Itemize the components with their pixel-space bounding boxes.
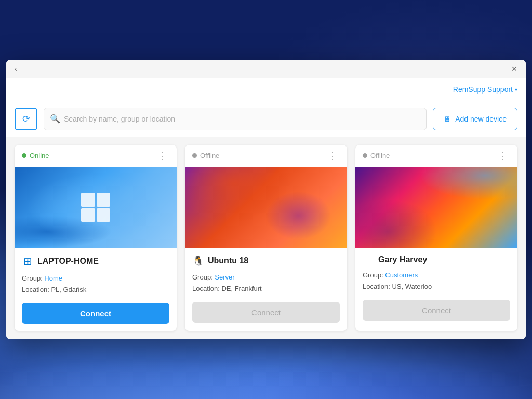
status-dot xyxy=(363,153,367,158)
user-menu-label: RemSupp Support xyxy=(453,85,513,94)
group-value: Customers xyxy=(385,271,418,279)
refresh-button[interactable]: ⟳ xyxy=(15,108,37,130)
card-menu-button[interactable]: ⋮ xyxy=(155,150,169,162)
device-group: Group: Home xyxy=(22,273,169,284)
card-thumbnail xyxy=(355,167,517,248)
device-meta: Group: Server Location: DE, Frankfurt xyxy=(192,272,340,295)
location-value: DE, Frankfurt xyxy=(221,285,261,292)
card-header: Online ⋮ xyxy=(15,145,177,167)
card-body: Gary Harvey Group: Customers Location: U… xyxy=(355,248,517,328)
back-button[interactable]: ‹ xyxy=(12,62,19,75)
group-value: Server xyxy=(215,273,234,281)
main-content: Online ⋮ ⊞ LAPTOP-HOME Group xyxy=(6,137,526,339)
title-bar: ‹ ✕ xyxy=(6,60,526,78)
device-thumbnail xyxy=(355,167,517,248)
search-input[interactable] xyxy=(44,108,427,130)
device-card: Offline ⋮ 🐧 Ubuntu 18 Group: Server Loca… xyxy=(185,145,347,331)
location-label: Location: xyxy=(192,285,221,292)
toolbar: ⟳ 🔍 🖥 Add new device xyxy=(6,101,526,137)
device-name: Gary Harvey xyxy=(378,255,427,264)
device-thumbnail xyxy=(15,167,177,248)
close-button[interactable]: ✕ xyxy=(509,62,520,75)
location-label: Location: xyxy=(22,286,51,294)
group-value: Home xyxy=(44,274,62,282)
device-card: Online ⋮ ⊞ LAPTOP-HOME Group xyxy=(15,145,177,331)
card-thumbnail xyxy=(15,167,177,248)
main-window: ‹ ✕ RemSupp Support ▾ ⟳ 🔍 🖥 Add new devi… xyxy=(6,60,526,339)
card-menu-button[interactable]: ⋮ xyxy=(496,150,510,162)
monitor-icon: 🖥 xyxy=(444,115,451,123)
connect-button-disabled: Connect xyxy=(363,300,510,321)
status-text: Offline xyxy=(370,152,390,159)
device-group: Group: Server xyxy=(192,272,340,283)
status-text: Offline xyxy=(200,152,219,159)
device-meta: Group: Home Location: PL, Gdańsk xyxy=(22,273,169,296)
devices-grid: Online ⋮ ⊞ LAPTOP-HOME Group xyxy=(15,145,517,331)
location-label: Location: xyxy=(363,283,392,290)
user-menu[interactable]: RemSupp Support ▾ xyxy=(453,85,517,94)
device-location: Location: PL, Gdańsk xyxy=(22,284,169,296)
title-bar-left: ‹ xyxy=(12,62,19,75)
card-thumbnail xyxy=(185,167,347,248)
device-name: LAPTOP-HOME xyxy=(37,257,99,266)
card-header: Offline ⋮ xyxy=(185,145,347,167)
device-thumbnail xyxy=(185,167,347,248)
status-dot xyxy=(192,153,197,158)
group-label: Group: xyxy=(363,271,385,279)
group-label: Group: xyxy=(22,274,44,282)
add-device-label: Add new device xyxy=(455,115,507,123)
windows-logo-icon xyxy=(81,193,110,222)
card-header: Offline ⋮ xyxy=(355,145,517,167)
connect-button-disabled: Connect xyxy=(192,302,340,323)
device-name: Ubuntu 18 xyxy=(208,256,248,265)
linux-icon: 🐧 xyxy=(192,255,204,267)
device-name-row: Gary Harvey xyxy=(363,255,510,264)
device-meta: Group: Customers Location: US, Waterloo xyxy=(363,270,510,292)
device-name-row: 🐧 Ubuntu 18 xyxy=(192,255,340,267)
device-card: Offline ⋮ Gary Harvey Group: Customers L… xyxy=(355,145,517,331)
location-value: PL, Gdańsk xyxy=(51,286,86,294)
location-value: US, Waterloo xyxy=(392,283,432,290)
search-icon: 🔍 xyxy=(50,114,60,124)
header-bar: RemSupp Support ▾ xyxy=(6,78,526,101)
connect-button[interactable]: Connect xyxy=(22,303,169,324)
device-location: Location: US, Waterloo xyxy=(363,281,510,292)
status-indicator: Offline xyxy=(363,152,390,159)
add-device-button[interactable]: 🖥 Add new device xyxy=(433,108,517,130)
refresh-icon: ⟳ xyxy=(22,113,30,125)
status-indicator: Offline xyxy=(192,152,219,159)
card-menu-button[interactable]: ⋮ xyxy=(326,150,340,162)
group-label: Group: xyxy=(192,273,215,281)
device-name-row: ⊞ LAPTOP-HOME xyxy=(22,255,169,268)
search-container: 🔍 xyxy=(44,108,427,130)
device-group: Group: Customers xyxy=(363,270,510,281)
device-location: Location: DE, Frankfurt xyxy=(192,283,340,295)
status-dot xyxy=(22,153,26,158)
status-text: Online xyxy=(30,152,49,159)
chevron-down-icon: ▾ xyxy=(515,87,517,92)
card-body: ⊞ LAPTOP-HOME Group: Home Location: PL, … xyxy=(15,248,177,331)
card-body: 🐧 Ubuntu 18 Group: Server Location: DE, … xyxy=(185,248,347,330)
status-indicator: Online xyxy=(22,152,49,159)
windows-icon: ⊞ xyxy=(22,255,33,268)
